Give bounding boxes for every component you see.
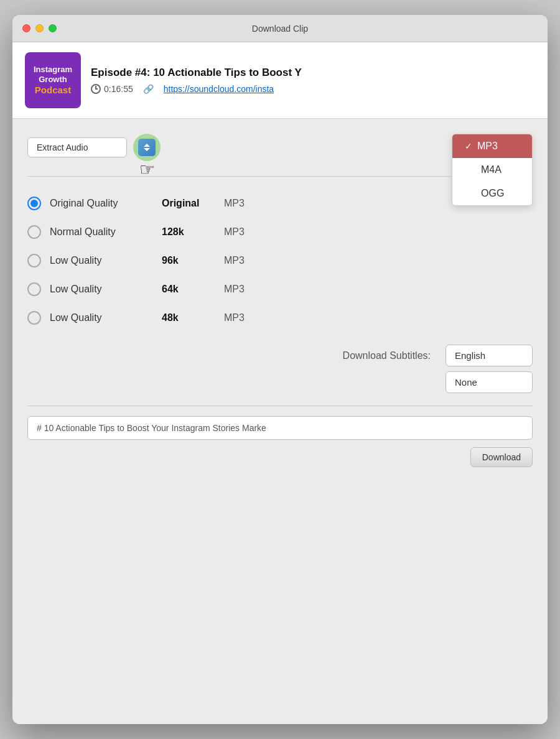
main-window: Download Clip Instagram Growth Podcast E… [12,15,548,724]
close-button[interactable] [22,24,30,32]
link-icon: 🔗 [143,84,154,94]
window-title: Download Clip [252,24,308,34]
episode-url[interactable]: https://soundcloud.com/insta [164,84,274,94]
dropdown-arrow-inner [138,139,156,156]
extract-audio-select[interactable]: Extract Audio [27,137,127,157]
episode-title: Episode #4: 10 Actionable Tips to Boost … [91,67,535,79]
episode-header: Instagram Growth Podcast Episode #4: 10 … [12,42,548,119]
dropdown-arrow-button[interactable]: ☞ [133,134,161,161]
quality-bitrate-normal: 128k [162,226,224,238]
quality-row-low64: Low Quality 64k MP3 [27,275,533,304]
quality-name-normal: Normal Quality [50,226,162,238]
radio-low64[interactable] [27,282,41,296]
quality-row-low48: Low Quality 48k MP3 [27,304,533,332]
cursor-hand-icon: ☞ [139,159,155,180]
radio-inner [30,200,38,207]
quality-name-low48: Low Quality [50,312,162,323]
format-option-mp3[interactable]: ✓ MP3 [452,134,532,158]
bottom-divider [27,406,533,406]
traffic-lights [22,24,57,32]
quality-format-low64: MP3 [224,284,245,295]
main-content: Extract Audio ☞ Format ✓ MP3 M4A [12,119,548,724]
quality-bitrate-original: Original [162,198,224,209]
episode-duration: 0:16:55 [91,84,133,94]
minimize-button[interactable] [35,24,44,32]
radio-original[interactable] [27,197,41,210]
radio-normal[interactable] [27,225,41,239]
radio-low96[interactable] [27,254,41,267]
quality-row-low96: Low Quality 96k MP3 [27,246,533,275]
maximize-button[interactable] [49,24,57,32]
arrow-up-icon [144,144,150,147]
controls-row: Extract Audio ☞ Format ✓ MP3 M4A [27,134,533,161]
quality-name-original: Original Quality [50,198,162,209]
podcast-logo: Instagram Growth Podcast [25,52,81,108]
radio-low48[interactable] [27,311,41,325]
bottom-buttons: Download [27,440,533,467]
quality-list: Original Quality Original MP3 Normal Qua… [27,189,533,332]
format-option-ogg[interactable]: OGG [452,182,532,205]
quality-bitrate-low48: 48k [162,312,224,323]
checkmark-icon: ✓ [465,141,472,151]
filename-input[interactable]: # 10 Actionable Tips to Boost Your Insta… [27,416,533,440]
titlebar: Download Clip [12,15,548,42]
subtitle-none-row: None [27,371,533,393]
podcast-logo-text: Instagram Growth Podcast [34,65,72,95]
subtitles-section: Download Subtitles: English [27,345,533,366]
format-dropdown: ✓ MP3 M4A OGG [452,134,533,206]
quality-format-original: MP3 [224,198,245,209]
format-option-m4a[interactable]: M4A [452,158,532,182]
arrow-down-icon [144,148,150,151]
quality-format-low96: MP3 [224,255,245,266]
subtitle-none[interactable]: None [446,371,533,393]
quality-bitrate-low96: 96k [162,255,224,266]
download-button[interactable]: Download [470,447,533,467]
quality-name-low64: Low Quality [50,284,162,295]
quality-name-low96: Low Quality [50,255,162,266]
episode-meta: 0:16:55 🔗 https://soundcloud.com/insta [91,84,535,94]
episode-info: Episode #4: 10 Actionable Tips to Boost … [91,67,535,94]
clock-icon [91,84,101,94]
quality-bitrate-low64: 64k [162,284,224,295]
quality-format-normal: MP3 [224,226,245,238]
quality-format-low48: MP3 [224,312,245,323]
subtitles-label: Download Subtitles: [343,350,431,361]
quality-row-normal: Normal Quality 128k MP3 [27,218,533,246]
subtitle-dropdown[interactable]: English [446,345,533,366]
